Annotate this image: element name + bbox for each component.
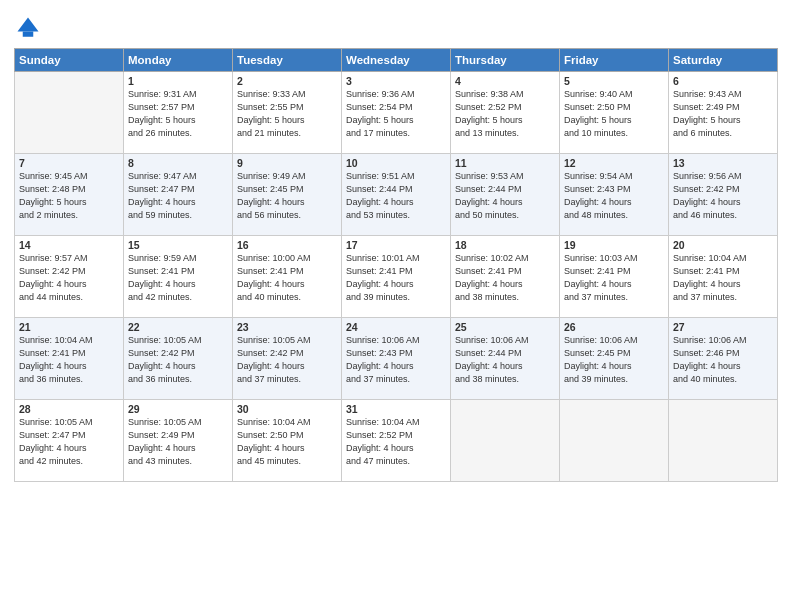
day-number: 20 bbox=[673, 239, 773, 251]
calendar-cell: 25Sunrise: 10:06 AM Sunset: 2:44 PM Dayl… bbox=[451, 318, 560, 400]
calendar-cell: 7Sunrise: 9:45 AM Sunset: 2:48 PM Daylig… bbox=[15, 154, 124, 236]
calendar-cell: 18Sunrise: 10:02 AM Sunset: 2:41 PM Dayl… bbox=[451, 236, 560, 318]
day-info: Sunrise: 9:45 AM Sunset: 2:48 PM Dayligh… bbox=[19, 170, 119, 222]
weekday-header-tuesday: Tuesday bbox=[233, 49, 342, 72]
weekday-header-friday: Friday bbox=[560, 49, 669, 72]
calendar-cell: 2Sunrise: 9:33 AM Sunset: 2:55 PM Daylig… bbox=[233, 72, 342, 154]
day-info: Sunrise: 9:51 AM Sunset: 2:44 PM Dayligh… bbox=[346, 170, 446, 222]
day-number: 31 bbox=[346, 403, 446, 415]
day-info: Sunrise: 10:01 AM Sunset: 2:41 PM Daylig… bbox=[346, 252, 446, 304]
calendar-cell: 29Sunrise: 10:05 AM Sunset: 2:49 PM Dayl… bbox=[124, 400, 233, 482]
week-row-0: 1Sunrise: 9:31 AM Sunset: 2:57 PM Daylig… bbox=[15, 72, 778, 154]
calendar-cell: 9Sunrise: 9:49 AM Sunset: 2:45 PM Daylig… bbox=[233, 154, 342, 236]
calendar-cell: 31Sunrise: 10:04 AM Sunset: 2:52 PM Dayl… bbox=[342, 400, 451, 482]
day-number: 9 bbox=[237, 157, 337, 169]
day-info: Sunrise: 9:36 AM Sunset: 2:54 PM Dayligh… bbox=[346, 88, 446, 140]
calendar-cell: 20Sunrise: 10:04 AM Sunset: 2:41 PM Dayl… bbox=[669, 236, 778, 318]
day-number: 27 bbox=[673, 321, 773, 333]
day-info: Sunrise: 9:54 AM Sunset: 2:43 PM Dayligh… bbox=[564, 170, 664, 222]
calendar-cell: 10Sunrise: 9:51 AM Sunset: 2:44 PM Dayli… bbox=[342, 154, 451, 236]
calendar-cell bbox=[560, 400, 669, 482]
calendar-cell: 26Sunrise: 10:06 AM Sunset: 2:45 PM Dayl… bbox=[560, 318, 669, 400]
day-number: 4 bbox=[455, 75, 555, 87]
calendar-table: SundayMondayTuesdayWednesdayThursdayFrid… bbox=[14, 48, 778, 482]
day-info: Sunrise: 10:04 AM Sunset: 2:41 PM Daylig… bbox=[673, 252, 773, 304]
day-number: 25 bbox=[455, 321, 555, 333]
day-info: Sunrise: 10:05 AM Sunset: 2:42 PM Daylig… bbox=[128, 334, 228, 386]
day-info: Sunrise: 9:38 AM Sunset: 2:52 PM Dayligh… bbox=[455, 88, 555, 140]
calendar-cell: 12Sunrise: 9:54 AM Sunset: 2:43 PM Dayli… bbox=[560, 154, 669, 236]
day-number: 17 bbox=[346, 239, 446, 251]
svg-marker-0 bbox=[18, 18, 39, 32]
day-info: Sunrise: 9:59 AM Sunset: 2:41 PM Dayligh… bbox=[128, 252, 228, 304]
day-info: Sunrise: 9:53 AM Sunset: 2:44 PM Dayligh… bbox=[455, 170, 555, 222]
day-number: 14 bbox=[19, 239, 119, 251]
day-info: Sunrise: 10:03 AM Sunset: 2:41 PM Daylig… bbox=[564, 252, 664, 304]
day-info: Sunrise: 9:43 AM Sunset: 2:49 PM Dayligh… bbox=[673, 88, 773, 140]
day-number: 7 bbox=[19, 157, 119, 169]
day-info: Sunrise: 10:05 AM Sunset: 2:49 PM Daylig… bbox=[128, 416, 228, 468]
calendar-cell bbox=[15, 72, 124, 154]
header bbox=[14, 10, 778, 42]
week-row-4: 28Sunrise: 10:05 AM Sunset: 2:47 PM Dayl… bbox=[15, 400, 778, 482]
calendar-cell bbox=[451, 400, 560, 482]
day-info: Sunrise: 10:02 AM Sunset: 2:41 PM Daylig… bbox=[455, 252, 555, 304]
day-info: Sunrise: 10:05 AM Sunset: 2:42 PM Daylig… bbox=[237, 334, 337, 386]
calendar-cell: 24Sunrise: 10:06 AM Sunset: 2:43 PM Dayl… bbox=[342, 318, 451, 400]
calendar-cell: 19Sunrise: 10:03 AM Sunset: 2:41 PM Dayl… bbox=[560, 236, 669, 318]
week-row-2: 14Sunrise: 9:57 AM Sunset: 2:42 PM Dayli… bbox=[15, 236, 778, 318]
weekday-header-wednesday: Wednesday bbox=[342, 49, 451, 72]
day-number: 1 bbox=[128, 75, 228, 87]
calendar-cell: 1Sunrise: 9:31 AM Sunset: 2:57 PM Daylig… bbox=[124, 72, 233, 154]
day-number: 12 bbox=[564, 157, 664, 169]
day-info: Sunrise: 9:47 AM Sunset: 2:47 PM Dayligh… bbox=[128, 170, 228, 222]
day-info: Sunrise: 9:49 AM Sunset: 2:45 PM Dayligh… bbox=[237, 170, 337, 222]
calendar-cell: 22Sunrise: 10:05 AM Sunset: 2:42 PM Dayl… bbox=[124, 318, 233, 400]
day-number: 10 bbox=[346, 157, 446, 169]
calendar-cell: 11Sunrise: 9:53 AM Sunset: 2:44 PM Dayli… bbox=[451, 154, 560, 236]
day-info: Sunrise: 10:06 AM Sunset: 2:43 PM Daylig… bbox=[346, 334, 446, 386]
day-info: Sunrise: 10:04 AM Sunset: 2:41 PM Daylig… bbox=[19, 334, 119, 386]
day-number: 30 bbox=[237, 403, 337, 415]
calendar-cell: 28Sunrise: 10:05 AM Sunset: 2:47 PM Dayl… bbox=[15, 400, 124, 482]
week-row-3: 21Sunrise: 10:04 AM Sunset: 2:41 PM Dayl… bbox=[15, 318, 778, 400]
weekday-header-saturday: Saturday bbox=[669, 49, 778, 72]
calendar-cell: 27Sunrise: 10:06 AM Sunset: 2:46 PM Dayl… bbox=[669, 318, 778, 400]
day-info: Sunrise: 10:06 AM Sunset: 2:46 PM Daylig… bbox=[673, 334, 773, 386]
day-number: 26 bbox=[564, 321, 664, 333]
day-info: Sunrise: 10:00 AM Sunset: 2:41 PM Daylig… bbox=[237, 252, 337, 304]
day-number: 8 bbox=[128, 157, 228, 169]
day-number: 16 bbox=[237, 239, 337, 251]
day-number: 29 bbox=[128, 403, 228, 415]
day-number: 18 bbox=[455, 239, 555, 251]
day-number: 2 bbox=[237, 75, 337, 87]
calendar-cell: 14Sunrise: 9:57 AM Sunset: 2:42 PM Dayli… bbox=[15, 236, 124, 318]
logo bbox=[14, 14, 46, 42]
week-row-1: 7Sunrise: 9:45 AM Sunset: 2:48 PM Daylig… bbox=[15, 154, 778, 236]
day-info: Sunrise: 10:04 AM Sunset: 2:52 PM Daylig… bbox=[346, 416, 446, 468]
day-number: 24 bbox=[346, 321, 446, 333]
calendar-cell: 4Sunrise: 9:38 AM Sunset: 2:52 PM Daylig… bbox=[451, 72, 560, 154]
day-number: 19 bbox=[564, 239, 664, 251]
day-number: 28 bbox=[19, 403, 119, 415]
svg-rect-1 bbox=[23, 32, 34, 37]
day-number: 3 bbox=[346, 75, 446, 87]
day-number: 13 bbox=[673, 157, 773, 169]
calendar-cell: 5Sunrise: 9:40 AM Sunset: 2:50 PM Daylig… bbox=[560, 72, 669, 154]
page: SundayMondayTuesdayWednesdayThursdayFrid… bbox=[0, 0, 792, 612]
day-info: Sunrise: 10:06 AM Sunset: 2:45 PM Daylig… bbox=[564, 334, 664, 386]
calendar-cell: 21Sunrise: 10:04 AM Sunset: 2:41 PM Dayl… bbox=[15, 318, 124, 400]
weekday-header-thursday: Thursday bbox=[451, 49, 560, 72]
day-number: 23 bbox=[237, 321, 337, 333]
day-info: Sunrise: 9:40 AM Sunset: 2:50 PM Dayligh… bbox=[564, 88, 664, 140]
day-number: 6 bbox=[673, 75, 773, 87]
weekday-header-monday: Monday bbox=[124, 49, 233, 72]
calendar-cell: 17Sunrise: 10:01 AM Sunset: 2:41 PM Dayl… bbox=[342, 236, 451, 318]
day-number: 21 bbox=[19, 321, 119, 333]
calendar-cell: 6Sunrise: 9:43 AM Sunset: 2:49 PM Daylig… bbox=[669, 72, 778, 154]
day-info: Sunrise: 10:05 AM Sunset: 2:47 PM Daylig… bbox=[19, 416, 119, 468]
weekday-header-row: SundayMondayTuesdayWednesdayThursdayFrid… bbox=[15, 49, 778, 72]
calendar-cell: 16Sunrise: 10:00 AM Sunset: 2:41 PM Dayl… bbox=[233, 236, 342, 318]
day-info: Sunrise: 9:56 AM Sunset: 2:42 PM Dayligh… bbox=[673, 170, 773, 222]
calendar-cell: 13Sunrise: 9:56 AM Sunset: 2:42 PM Dayli… bbox=[669, 154, 778, 236]
